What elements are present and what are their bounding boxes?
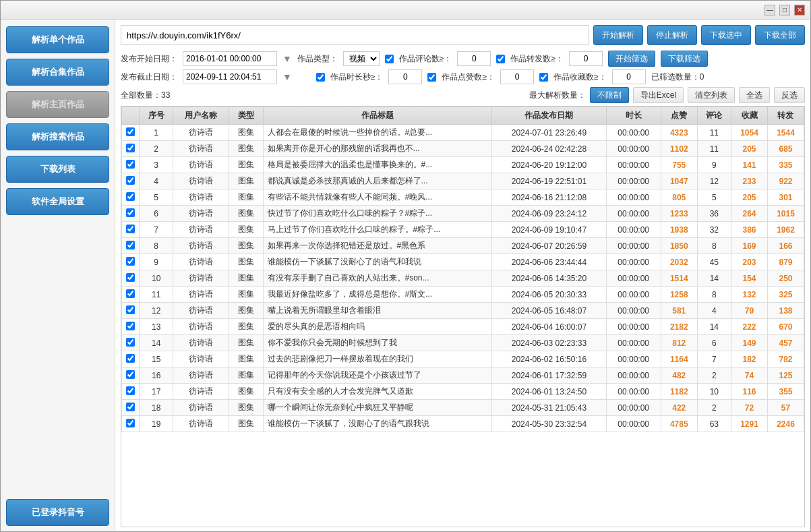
start-parse-button[interactable]: 开始解析 [593,25,643,45]
row-collects: 154 [731,270,768,287]
row-likes: 482 [661,367,697,384]
url-bar: 开始解析 停止解析 下载选中 下载全部 [121,25,805,45]
row-id: 11 [140,287,173,303]
close-button[interactable]: ✕ [794,5,805,16]
collect-input[interactable] [612,69,646,84]
type-select[interactable]: 视频图集全部 [343,51,380,66]
row-checkbox-cell[interactable] [122,384,140,400]
row-comments: 12 [697,173,731,189]
row-duration: 00:00:00 [606,141,661,157]
row-user: 彷诗语 [173,303,229,319]
row-duration: 00:00:00 [606,125,661,141]
maximize-button[interactable]: □ [779,5,790,16]
row-checkbox-cell[interactable] [122,416,140,432]
row-checkbox[interactable] [126,289,135,298]
row-comments: 45 [697,254,731,270]
select-all-button[interactable]: 全选 [739,87,770,103]
row-checkbox-cell[interactable] [122,173,140,189]
parse-search-button[interactable]: 解析搜索作品 [6,123,109,150]
row-checkbox[interactable] [126,241,135,249]
row-checkbox-cell[interactable] [122,157,140,173]
collect-checkbox[interactable] [539,73,548,82]
row-checkbox-cell[interactable] [122,222,140,238]
row-checkbox[interactable] [126,386,135,395]
download-all-button[interactable]: 下载全部 [755,25,805,45]
row-checkbox-cell[interactable] [122,351,140,367]
row-duration: 00:00:00 [606,384,661,400]
stop-parse-button[interactable]: 停止解析 [647,25,697,45]
like-checkbox[interactable] [427,73,436,82]
row-checkbox-cell[interactable] [122,287,140,303]
row-checkbox[interactable] [126,176,135,185]
row-checkbox[interactable] [126,257,135,266]
row-date: 2024-06-19 22:51:01 [492,173,606,189]
end-date-picker-icon[interactable]: ▼ [282,71,292,82]
table-row: 4 彷诗语 图集 都说真诚是必杀技那真诚的人后来都怎样了... 2024-06-… [122,173,804,189]
row-date: 2024-06-09 19:10:47 [492,222,606,238]
row-checkbox-cell[interactable] [122,270,140,287]
table-row: 19 彷诗语 图集 谁能模仿一下谈腻了，没耐心了的语气跟我说 2024-05-3… [122,416,804,432]
row-checkbox[interactable] [126,354,135,363]
row-checkbox-cell[interactable] [122,400,140,416]
row-id: 19 [140,416,173,432]
row-checkbox-cell[interactable] [122,125,140,141]
row-checkbox[interactable] [126,305,135,314]
row-checkbox[interactable] [126,160,135,169]
start-filter-button[interactable]: 开始筛选 [608,51,655,67]
row-type: 图集 [229,238,263,254]
header-user: 用户名称 [173,107,229,125]
export-excel-button[interactable]: 导出Excel [633,87,684,103]
row-checkbox[interactable] [126,370,135,379]
global-settings-button[interactable]: 软件全局设置 [6,188,109,215]
row-checkbox-cell[interactable] [122,141,140,157]
download-filter-button[interactable]: 下载筛选 [661,51,708,67]
clear-list-button[interactable]: 清空列表 [688,87,735,103]
minimize-button[interactable]: — [764,5,775,16]
row-checkbox-cell[interactable] [122,254,140,270]
comment-checkbox[interactable] [385,55,394,63]
comment-input[interactable] [457,51,491,66]
row-type: 图集 [229,189,263,206]
table-row: 13 彷诗语 图集 爱的尽头真的是恶语相向吗 2024-06-04 16:00:… [122,319,804,335]
row-checkbox-cell[interactable] [122,367,140,384]
max-parse-button[interactable]: 不限制 [590,87,629,103]
row-user: 彷诗语 [173,189,229,206]
row-checkbox[interactable] [126,192,135,201]
start-date-input[interactable] [183,51,277,66]
row-type: 图集 [229,384,263,400]
row-checkbox-cell[interactable] [122,303,140,319]
row-checkbox[interactable] [126,403,135,411]
download-list-button[interactable]: 下载列表 [6,156,109,183]
share-input[interactable] [569,51,603,66]
parse-collection-button[interactable]: 解析合集作品 [6,59,109,86]
duration-checkbox[interactable] [316,73,325,82]
row-checkbox-cell[interactable] [122,238,140,254]
like-input[interactable] [500,69,534,84]
row-checkbox-cell[interactable] [122,335,140,351]
duration-input[interactable] [388,69,422,84]
end-date-input[interactable] [183,69,277,84]
row-checkbox[interactable] [126,225,135,233]
start-date-label: 发布开始日期： [121,53,177,65]
invert-select-button[interactable]: 反选 [774,87,805,103]
row-checkbox[interactable] [126,144,135,152]
row-checkbox-cell[interactable] [122,206,140,222]
url-input[interactable] [121,25,589,45]
row-checkbox[interactable] [126,127,135,136]
row-comments: 2 [697,367,731,384]
row-user: 彷诗语 [173,287,229,303]
download-selected-button[interactable]: 下载选中 [701,25,751,45]
row-checkbox[interactable] [126,273,135,282]
row-checkbox[interactable] [126,338,135,347]
parse-single-button[interactable]: 解析单个作品 [6,26,109,53]
parse-homepage-button[interactable]: 解析主页作品 [6,91,109,118]
table-row: 9 彷诗语 图集 谁能模仿一下谈腻了没耐心了的语气和我说 2024-06-06 … [122,254,804,270]
row-checkbox[interactable] [126,419,135,427]
row-id: 2 [140,141,173,157]
row-checkbox-cell[interactable] [122,189,140,206]
row-checkbox[interactable] [126,322,135,330]
row-checkbox[interactable] [126,208,135,217]
row-checkbox-cell[interactable] [122,319,140,335]
share-checkbox[interactable] [496,55,505,63]
start-date-picker-icon[interactable]: ▼ [282,53,292,64]
